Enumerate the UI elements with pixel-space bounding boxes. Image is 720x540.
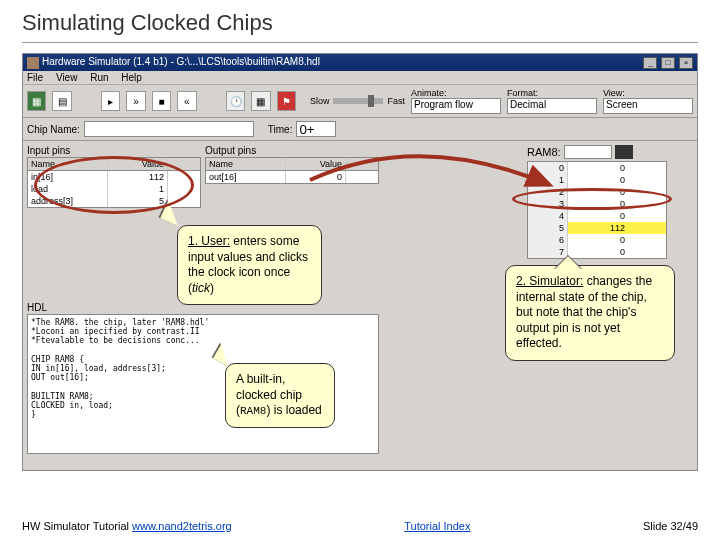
run-button[interactable]: » (126, 91, 145, 111)
speed-slow-label: Slow (310, 96, 330, 106)
speed-slider[interactable] (333, 98, 383, 104)
input-highlight-oval (34, 156, 194, 214)
ram-table: 00 10 20 30 40 5112 60 70 (527, 161, 667, 259)
table-row: 00 (528, 162, 666, 174)
footer-link-site[interactable]: www.nand2tetris.org (132, 520, 232, 532)
input-pins-label: Input pins (27, 145, 201, 156)
minimize-button[interactable]: _ (643, 57, 657, 69)
load-script-button[interactable]: ▤ (52, 91, 71, 111)
animate-select[interactable]: Program flow (411, 98, 501, 114)
table-row: 60 (528, 234, 666, 246)
eval-button[interactable]: ▦ (251, 91, 270, 111)
time-field (296, 121, 336, 137)
speed-control: Slow Fast (310, 96, 405, 106)
time-label: Time: (268, 124, 293, 135)
ram-label: RAM8: (527, 146, 561, 158)
callout-user-action: 1. User: enters some input values and cl… (177, 225, 322, 305)
ram-format-select[interactable] (564, 145, 612, 159)
app-icon (27, 57, 39, 69)
load-chip-button[interactable]: ▦ (27, 91, 46, 111)
reset-button[interactable]: « (177, 91, 196, 111)
callout-simulator: 2. Simulator: changes the internal state… (505, 265, 675, 361)
menu-help[interactable]: Help (121, 72, 142, 83)
breakpoint-button[interactable]: ⚑ (277, 91, 296, 111)
animate-label: Animate: (411, 88, 501, 98)
ram-highlight-oval (512, 188, 672, 210)
chip-info-bar: Chip Name: Time: (23, 118, 697, 141)
footer-link-index[interactable]: Tutorial Index (404, 520, 470, 532)
binoculars-icon[interactable] (615, 145, 633, 159)
callout-chip-loaded: A built-in, clocked chip (RAM8) is loade… (225, 363, 335, 428)
toolbar: ▦ ▤ ▸ » ■ « 🕐 ▦ ⚑ Slow Fast Animate: Pro… (23, 85, 697, 118)
table-row: out[16]0 (206, 171, 378, 183)
simulator-window: Hardware Simulator (1.4 b1) - G:\...\LCS… (22, 53, 698, 471)
slide-title: Simulating Clocked Chips (22, 10, 698, 43)
clock-icon[interactable]: 🕐 (226, 91, 245, 111)
close-button[interactable]: × (679, 57, 693, 69)
slide-number: Slide 32/49 (643, 520, 698, 532)
table-row: 40 (528, 210, 666, 222)
menu-view[interactable]: View (56, 72, 78, 83)
output-pins-table: NameValue out[16]0 (205, 157, 379, 184)
stop-button[interactable]: ■ (152, 91, 171, 111)
table-row: 5112 (528, 222, 666, 234)
format-select[interactable]: Decimal (507, 98, 597, 114)
view-label: View: (603, 88, 693, 98)
output-pins-label: Output pins (205, 145, 379, 156)
chipname-label: Chip Name: (27, 124, 80, 135)
table-row: 70 (528, 246, 666, 258)
menu-run[interactable]: Run (90, 72, 108, 83)
chipname-field[interactable] (84, 121, 254, 137)
single-step-button[interactable]: ▸ (101, 91, 120, 111)
menubar: File View Run Help (23, 71, 697, 85)
view-select[interactable]: Screen (603, 98, 693, 114)
speed-fast-label: Fast (387, 96, 405, 106)
table-row: 10 (528, 174, 666, 186)
slide-footer: HW Simulator Tutorial www.nand2tetris.or… (22, 520, 698, 532)
window-titlebar: Hardware Simulator (1.4 b1) - G:\...\LCS… (23, 54, 697, 71)
window-title: Hardware Simulator (1.4 b1) - G:\...\LCS… (42, 56, 320, 67)
format-label: Format: (507, 88, 597, 98)
maximize-button[interactable]: □ (661, 57, 675, 69)
menu-file[interactable]: File (27, 72, 43, 83)
